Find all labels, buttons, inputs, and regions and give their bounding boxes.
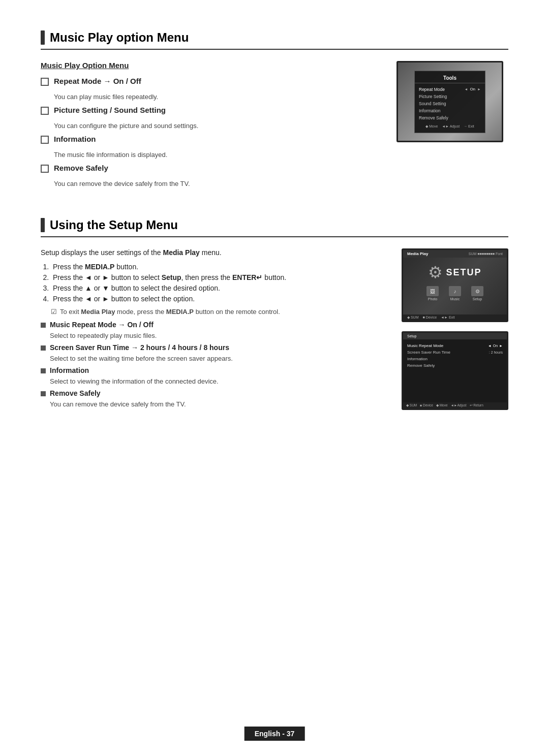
item-info: Information (41, 135, 381, 144)
smenu-item-2: Information (407, 356, 503, 362)
section1: Music Play option Menu Music Play Option… (41, 30, 508, 193)
tv-screen-setup: Media Play SUM ■■■■■■■■ Font ⚙ SETUP 🖼 P… (402, 248, 508, 322)
tools-menu-item-2: Sound Setting (415, 100, 485, 107)
smenu-footer: ◆ SUM ■ Device ◆ Move ◄►Adjust ↩ Return (403, 402, 507, 408)
setup-icon-music: ♪ Music (449, 286, 461, 301)
section1-content: Music Play Option Menu Repeat Mode → On … (41, 61, 508, 193)
item-info-label: Information (54, 135, 96, 143)
setup-text: SETUP (446, 267, 481, 278)
square-label-0: Music Repeat Mode → On / Off (50, 321, 154, 329)
square-label-2: Information (50, 366, 89, 374)
page-footer: English - 37 (245, 727, 305, 741)
section1-title: Music Play option Menu (41, 30, 508, 50)
tools-menu-item-4: Remove Safely (415, 114, 485, 121)
list-item-2: Press the ◄ or ► button to select Setup,… (51, 273, 386, 281)
square-item-0: Music Repeat Mode → On / Off (41, 321, 386, 329)
square-label-1: Screen Saver Run Time → 2 hours / 4 hour… (50, 343, 229, 352)
setup-icon-setup: ⚙ Setup (471, 286, 483, 301)
section2-text: Setup displays the user settings of the … (41, 248, 386, 412)
tools-nav: ◆ Move◄► Adjust→ Exit (415, 124, 485, 129)
section2-title-text: Using the Setup Menu (50, 218, 178, 232)
square-item-1: Screen Saver Run Time → 2 hours / 4 hour… (41, 343, 386, 352)
checkbox-icon-picture (41, 107, 49, 115)
setup-icon: ⚙ (471, 286, 483, 296)
item-info-desc: The music file information is displayed. (54, 151, 381, 159)
item-picture-sound: Picture Setting / Sound Setting (41, 106, 381, 115)
footer-text: English - 37 (255, 730, 295, 738)
page-container: Music Play option Menu Music Play Option… (0, 0, 549, 478)
tools-menu-box: Tools Repeat Mode ◄ On ► Picture Setting… (414, 71, 485, 133)
setup-label: Setup (473, 297, 482, 301)
square-desc-0: Select to repeatedly play music files. (50, 332, 386, 339)
item-picture-desc: You can configure the picture and sound … (54, 122, 381, 130)
item-repeat-mode: Repeat Mode → On / Off (41, 77, 381, 86)
setup-intro: Setup displays the user settings of the … (41, 248, 386, 257)
item-remove-desc: You can remove the device safely from th… (54, 180, 381, 187)
section2-content: Setup displays the user settings of the … (41, 248, 508, 412)
list-item-3: Press the ▲ or ▼ button to select the de… (51, 284, 386, 292)
footer-exit: ◄► Exit (441, 316, 454, 320)
smenu-item-0: Music Repeat Mode ◄On► (407, 342, 503, 349)
tv-screen-menu: Setup Music Repeat Mode ◄On► Screen Save… (402, 331, 508, 410)
checkbox-icon-repeat (41, 78, 49, 86)
square-desc-2: Select to viewing the information of the… (50, 377, 386, 385)
square-icon-0 (41, 323, 46, 328)
section1-title-text: Music Play option Menu (50, 30, 189, 45)
section2: Using the Setup Menu Setup displays the … (41, 218, 508, 412)
square-icon-2 (41, 368, 46, 373)
title-bar-icon (41, 30, 45, 45)
smenu-item-3: Remove Safely (407, 362, 503, 369)
checkbox-icon-info (41, 136, 49, 144)
smenu-header: Setup (403, 333, 507, 339)
square-item-2: Information (41, 366, 386, 374)
setup-header-info: SUM ■■■■■■■■ Font (469, 252, 503, 256)
item-remove-label: Remove Safely (54, 164, 108, 172)
smenu-body: Music Repeat Mode ◄On► Screen Saver Run … (403, 339, 507, 372)
title-bar-icon-2 (41, 218, 45, 232)
setup-body: ⚙ SETUP 🖼 Photo ♪ Music (403, 258, 507, 306)
note-text: To exit Media Play mode, press the MEDIA… (60, 308, 280, 316)
tools-menu-item-3: Information (415, 107, 485, 114)
setup-header: Media Play SUM ■■■■■■■■ Font (403, 250, 507, 258)
setup-icon-area: ⚙ SETUP (428, 263, 481, 282)
setup-images-column: Media Play SUM ■■■■■■■■ Font ⚙ SETUP 🖼 P… (402, 248, 508, 412)
setup-icon-photo: 🖼 Photo (426, 286, 439, 301)
item-remove: Remove Safely (41, 164, 381, 173)
section2-title: Using the Setup Menu (41, 218, 508, 237)
setup-numbered-list: Press the MEDIA.P button. Press the ◄ or… (41, 263, 386, 303)
section1-text: Music Play Option Menu Repeat Mode → On … (41, 61, 381, 193)
footer-sum: ◆ SUM (407, 316, 419, 320)
square-icon-1 (41, 345, 46, 351)
photo-icon: 🖼 (426, 286, 439, 296)
item-repeat-label: Repeat Mode → On / Off (54, 77, 141, 85)
section1-subheading: Music Play Option Menu (41, 61, 381, 70)
setup-icons-row: 🖼 Photo ♪ Music ⚙ Setup (426, 286, 483, 301)
photo-label: Photo (428, 297, 437, 301)
item-picture-label: Picture Setting / Sound Setting (54, 106, 166, 114)
square-icon-3 (41, 391, 46, 396)
music-icon: ♪ (449, 286, 461, 296)
checkbox-icon-remove (41, 165, 49, 173)
list-item-4: Press the ◄ or ► button to select the op… (51, 295, 386, 303)
note-symbol: ☑ (51, 308, 57, 316)
tools-menu-item-0: Repeat Mode ◄ On ► (415, 86, 485, 93)
list-item-1: Press the MEDIA.P button. (51, 263, 386, 271)
square-label-3: Remove Safely (50, 389, 101, 397)
tv-screen-tools: Tools Repeat Mode ◄ On ► Picture Setting… (396, 61, 503, 142)
footer-device: ■ Device (423, 316, 437, 320)
setup-footer: ◆ SUM ■ Device ◄► Exit (403, 314, 507, 321)
music-label: Music (450, 297, 460, 301)
smenu-header-title: Setup (407, 334, 416, 338)
tools-menu-title: Tools (415, 75, 485, 83)
square-desc-3: You can remove the device safely from th… (50, 400, 386, 408)
tools-menu-item-1: Picture Setting (415, 93, 485, 100)
setup-gear-icon: ⚙ (428, 263, 443, 282)
setup-note: ☑ To exit Media Play mode, press the MED… (51, 308, 386, 316)
setup-header-title: Media Play (407, 251, 428, 256)
tools-menu-image: Tools Repeat Mode ◄ On ► Picture Setting… (396, 61, 508, 193)
square-item-3: Remove Safely (41, 389, 386, 397)
smenu-item-1: Screen Saver Run Time : 2 hours (407, 349, 503, 356)
square-desc-1: Select to set the waiting time before th… (50, 355, 386, 362)
item-repeat-desc: You can play music files repeatedly. (54, 93, 381, 101)
